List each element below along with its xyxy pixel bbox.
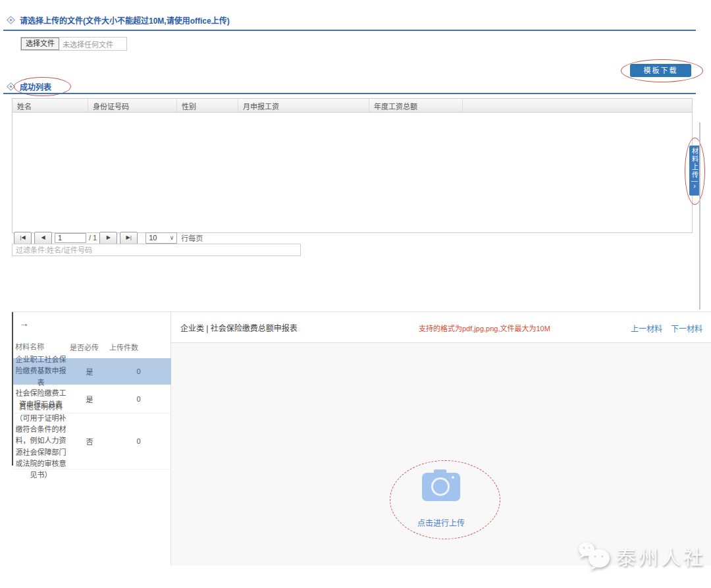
col-empty [463,99,692,112]
next-material-link[interactable]: 下一材料 [671,323,702,334]
material-name: 企业职工社会保险缴费基数申报表 [12,354,70,388]
col-upload-count: 上传件数 [109,342,168,353]
upload-section-title: 请选择上传的文件(文件大小不能超过10M,请使用office上传) [8,14,230,26]
material-count: 0 [109,437,168,445]
chevron-right-icon: › [693,182,696,190]
scrollbar[interactable] [699,122,700,309]
page-size-value: 10 [149,234,157,242]
success-list-title: 成功列表 [8,81,51,92]
material-upload-side-tab[interactable]: 材料上传 › [689,146,700,196]
material-upload-panel: → 材料名称 是否必传 上传件数 企业职工社会保险缴费基数申报表 是 0 社会保… [12,311,711,566]
success-list-title-text: 成功列表 [20,81,51,92]
material-required: 否 [70,436,109,446]
material-count: 0 [109,367,168,375]
prev-material-link[interactable]: 上一材料 [631,323,662,334]
filter-input[interactable] [12,244,301,256]
upload-trigger[interactable] [422,469,460,506]
col-id-number: 身份证号码 [88,99,177,112]
diamond-icon [7,82,15,91]
sidebar-left-border [12,312,13,466]
material-title: 企业类 | 社会保险缴费总额申报表 [180,322,298,333]
last-page-button[interactable]: ▶| [120,232,138,244]
material-required: 是 [70,394,109,404]
next-page-button[interactable]: ▶ [99,232,117,244]
template-download-button[interactable]: 模板下载 [630,64,691,77]
file-input[interactable]: 选择文件 未选择任何文件 [20,37,127,51]
col-gender: 性别 [177,99,238,112]
format-hint-text: 支持的格式为pdf,jpg,png,文件最大为10M [419,323,550,333]
prev-page-button[interactable]: ◀ [34,232,52,244]
page-number-input[interactable] [55,233,86,243]
collapse-arrow-icon[interactable]: → [19,317,29,329]
material-count: 0 [109,395,168,403]
upload-section-title-text: 请选择上传的文件(文件大小不能超过10M,请使用office上传) [20,14,230,26]
material-required: 是 [70,366,109,377]
list-item[interactable]: 其他证明材料（可用于证明补缴符合条件的材料，例如人力资源社会保障部门或法院的审核… [12,414,171,469]
material-name: 其他证明材料（可用于证明补缴符合条件的材料，例如人力资源社会保障部门或法院的审核… [12,402,70,480]
material-list-sidebar: → 材料名称 是否必传 上传件数 企业职工社会保险缴费基数申报表 是 0 社会保… [12,312,171,566]
diamond-icon [7,16,15,24]
first-page-button[interactable]: |◀ [14,232,32,244]
upload-label[interactable]: 点击进行上传 [398,517,484,528]
page: { "upload_section": { "title": "请选择上传的文件… [0,0,711,588]
per-page-label: 行每页 [181,232,203,243]
material-list-header: 材料名称 是否必传 上传件数 [12,342,171,353]
col-material-name: 材料名称 [12,342,70,353]
divider-line-top [3,30,696,31]
choose-file-button[interactable]: 选择文件 [21,38,59,50]
list-item[interactable]: 企业职工社会保险缴费基数申报表 是 0 [12,358,171,385]
page-size-select[interactable]: 10 ∨ [145,232,177,244]
file-status-text: 未选择任何文件 [63,39,113,49]
material-list: 企业职工社会保险缴费基数申报表 是 0 社会保险缴费工资申报汇总表 是 0 其他… [12,358,171,469]
success-table: 姓名 身份证号码 性别 月申报工资 年度工资总额 [12,98,693,233]
side-tab-label: 材料上传 [690,147,700,179]
col-required: 是否必传 [70,342,109,353]
page-total-label: / 1 [89,234,97,242]
col-monthly-salary: 月申报工资 [238,99,369,112]
material-main-area: 企业类 | 社会保险缴费总额申报表 支持的格式为pdf,jpg,png,文件最大… [171,312,711,566]
pagination: |◀ ◀ / 1 ▶ ▶| 10 ∨ 行每页 [14,232,203,244]
upload-drop-area: 点击进行上传 [171,343,711,566]
camera-icon [422,469,460,504]
success-table-header: 姓名 身份证号码 性别 月申报工资 年度工资总额 [13,99,692,113]
chevron-down-icon: ∨ [170,234,174,241]
col-name: 姓名 [13,99,88,112]
divider-line-success [3,93,696,94]
col-annual-salary: 年度工资总额 [369,99,463,112]
